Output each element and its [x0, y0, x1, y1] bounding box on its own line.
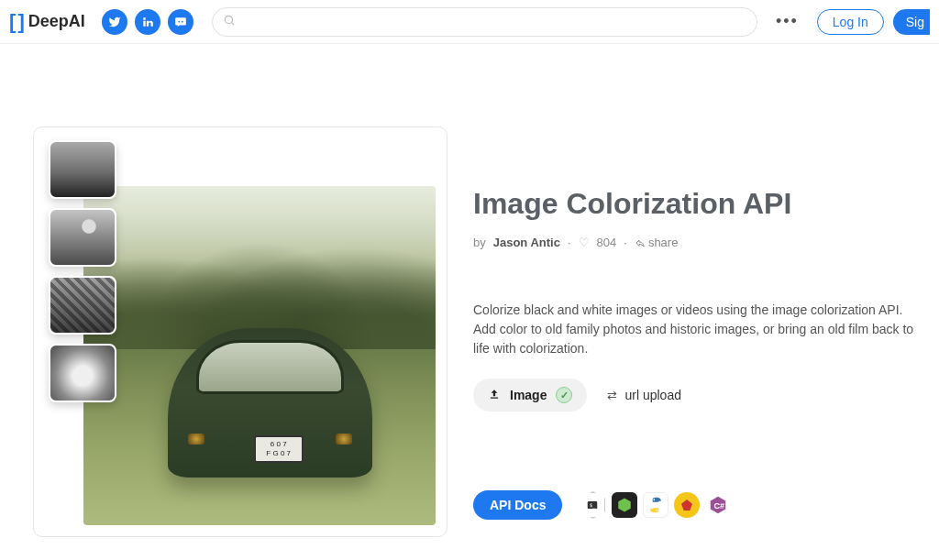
thumbnail-4[interactable] — [49, 344, 116, 402]
image-upload-button[interactable]: Image ✓ — [473, 379, 587, 412]
author-name[interactable]: Jason Antic — [493, 236, 560, 249]
thumbnail-3[interactable] — [49, 276, 116, 335]
description: Colorize black and white images or video… — [473, 301, 924, 358]
byline: by Jason Antic · ♡ 804 · share — [473, 236, 924, 249]
car-illustration: 6 0 7 F G 0 7 — [168, 328, 372, 478]
more-menu-icon[interactable]: ••• — [767, 12, 808, 31]
upload-icon — [488, 388, 501, 403]
thumbnail-column — [49, 140, 116, 402]
twitter-icon[interactable] — [102, 9, 127, 35]
login-button[interactable]: Log In — [817, 9, 884, 35]
by-prefix: by — [473, 236, 486, 249]
search-wrap — [212, 7, 757, 37]
license-plate: 6 0 7 F G 0 7 — [254, 435, 304, 463]
ruby-icon[interactable] — [674, 492, 700, 518]
svg-text:$_: $_ — [591, 502, 597, 509]
nodejs-icon[interactable] — [612, 492, 637, 518]
discord-icon[interactable] — [168, 9, 193, 35]
bash-icon[interactable]: $_ — [579, 491, 606, 519]
thumbnail-2[interactable] — [49, 208, 116, 267]
svg-marker-5 — [681, 500, 692, 511]
brand-name: DeepAI — [28, 12, 85, 31]
page-title: Image Colorization API — [473, 187, 924, 221]
svg-marker-4 — [619, 499, 632, 512]
header-bar: [ ] DeepAI ••• Log In Sig — [0, 0, 939, 44]
check-badge-icon: ✓ — [556, 387, 572, 403]
social-icons — [102, 9, 193, 35]
csharp-icon[interactable]: C# — [705, 492, 731, 518]
dot-separator: · — [624, 236, 627, 249]
logo-bracket-icon: [ ] — [9, 10, 23, 34]
python-icon[interactable] — [643, 492, 668, 518]
api-docs-button[interactable]: API Docs — [473, 490, 562, 520]
search-input[interactable] — [212, 7, 757, 37]
preview-card: 6 0 7 F G 0 7 — [33, 126, 447, 537]
swap-icon: ⇄ — [607, 389, 617, 402]
search-icon — [223, 14, 236, 30]
language-icons: $_ C# — [579, 491, 731, 519]
heart-icon[interactable]: ♡ — [579, 236, 590, 249]
svg-point-0 — [225, 16, 232, 23]
main-content: 6 0 7 F G 0 7 Image Colorization API by … — [0, 44, 939, 552]
info-column: Image Colorization API by Jason Antic · … — [473, 126, 924, 537]
url-upload-label: url upload — [624, 388, 681, 402]
upload-row: Image ✓ ⇄ url upload — [473, 379, 924, 412]
url-upload-button[interactable]: ⇄ url upload — [607, 388, 681, 402]
svg-line-1 — [231, 22, 234, 25]
svg-text:C#: C# — [714, 501, 725, 511]
bottom-row: API Docs $_ C# — [473, 490, 924, 520]
like-count: 804 — [597, 236, 617, 249]
signup-button[interactable]: Sig — [893, 9, 930, 35]
share-button[interactable]: share — [635, 236, 679, 249]
hero-image: 6 0 7 F G 0 7 — [83, 186, 436, 525]
image-upload-label: Image — [510, 388, 547, 402]
dot-separator: · — [568, 236, 571, 249]
linkedin-icon[interactable] — [135, 9, 160, 35]
brand-logo[interactable]: [ ] DeepAI — [9, 10, 85, 34]
thumbnail-1[interactable] — [49, 140, 116, 199]
